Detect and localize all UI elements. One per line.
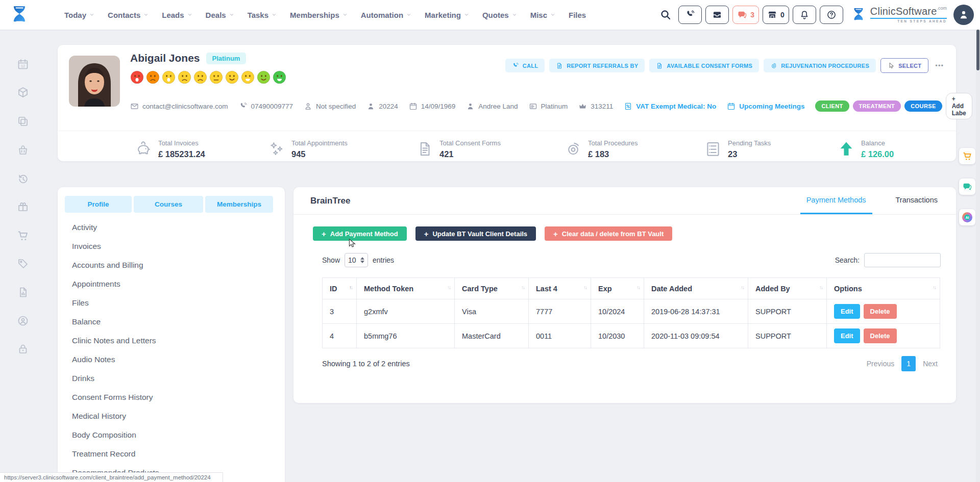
history-icon[interactable] — [17, 173, 29, 185]
panel-tab-transactions[interactable]: Transactions — [890, 187, 944, 214]
satisfaction-face-8-icon[interactable] — [241, 70, 255, 84]
nav-item-files[interactable]: Files — [569, 11, 586, 19]
nav-item-tasks[interactable]: Tasks — [248, 11, 277, 19]
calendar-icon — [727, 102, 736, 111]
sidebar-item-audio-notes[interactable]: Audio Notes — [58, 350, 285, 369]
basket-icon[interactable] — [17, 144, 29, 156]
column-header-exp[interactable]: Exp↑↓ — [591, 278, 644, 299]
chat-launcher[interactable] — [959, 179, 975, 195]
gift-icon[interactable] — [17, 200, 29, 213]
column-header-last-4[interactable]: Last 4↑↓ — [529, 278, 591, 299]
package-icon[interactable] — [17, 86, 29, 98]
sidebar-item-body-composition[interactable]: Body Composition — [58, 425, 285, 444]
contact-item-upcoming-meetings[interactable]: Upcoming Meetings — [727, 102, 804, 111]
lock-icon[interactable] — [17, 343, 29, 355]
calendar-icon — [409, 102, 418, 111]
sidebar-item-appointments[interactable]: Appointments — [58, 274, 285, 293]
nav-item-contacts[interactable]: Contacts — [108, 11, 149, 19]
sidebar-item-medical-history[interactable]: Medical History — [58, 407, 285, 425]
sidebar-item-drinks[interactable]: Drinks — [58, 369, 285, 388]
nav-item-marketing[interactable]: Marketing — [425, 11, 469, 19]
column-header-options[interactable]: Options↑↓ — [827, 278, 940, 299]
sidebar-item-consent-forms-history[interactable]: Consent Forms History — [58, 388, 285, 407]
sort-icon: ↑↓ — [741, 285, 744, 290]
column-header-method-token[interactable]: Method Token↑↓ — [357, 278, 455, 299]
help-button[interactable] — [820, 6, 843, 24]
panel-tab-payment-methods[interactable]: Payment Methods — [800, 187, 872, 214]
account-icon[interactable] — [17, 315, 29, 327]
nav-item-today[interactable]: Today — [64, 11, 94, 19]
add-label-button[interactable]: + Add Labe — [946, 93, 972, 119]
previous-page-button[interactable]: Previous — [864, 357, 897, 371]
nav-item-leads[interactable]: Leads — [162, 11, 192, 19]
ai-launcher[interactable]: AI — [959, 209, 975, 225]
notifications-button[interactable] — [793, 6, 816, 24]
page-size-select[interactable]: 10 — [345, 253, 368, 267]
clinic-logo-icon[interactable] — [8, 4, 31, 26]
user-avatar[interactable] — [953, 5, 974, 25]
call-button[interactable]: CALL — [505, 59, 545, 72]
report-icon[interactable] — [17, 286, 29, 298]
inbox-button[interactable] — [705, 6, 729, 24]
scrollbar-track[interactable] — [976, 0, 980, 482]
sidebar-item-balance[interactable]: Balance — [58, 312, 285, 331]
copy-icon[interactable] — [17, 115, 29, 128]
edit-button[interactable]: Edit — [834, 328, 860, 343]
phone-button[interactable] — [678, 6, 702, 24]
sidebar-tab-memberships[interactable]: Memberships — [205, 196, 273, 213]
satisfaction-face-5-icon[interactable] — [193, 70, 207, 84]
nav-item-deals[interactable]: Deals — [206, 11, 234, 19]
satisfaction-face-7-icon[interactable] — [225, 70, 239, 84]
available-consent-forms-button[interactable]: AVAILABLE CONSENT FORMS — [649, 59, 759, 72]
sidebar-tab-profile[interactable]: Profile — [65, 196, 132, 213]
satisfaction-face-2-icon[interactable] — [146, 70, 160, 84]
satisfaction-face-1-icon[interactable] — [130, 70, 144, 84]
sidebar-item-accounts-and-billing[interactable]: Accounts and Billing — [58, 256, 285, 274]
add-payment-method-button[interactable]: +Add Payment Method — [313, 226, 407, 241]
edit-button[interactable]: Edit — [834, 304, 860, 319]
delete-button[interactable]: Delete — [864, 328, 897, 343]
chevron-down-icon — [272, 12, 277, 17]
sidebar-item-files[interactable]: Files — [58, 293, 285, 312]
contact-item-vat-exempt-medical-no[interactable]: VAT Exempt Medical: No — [624, 102, 716, 111]
table-search-input[interactable] — [864, 253, 941, 267]
nav-item-automation[interactable]: Automation — [361, 11, 411, 19]
search-icon[interactable] — [659, 9, 672, 21]
brand-logo[interactable]: ClinicSoftware.com TEN STEPS AHEAD — [850, 5, 947, 24]
cart-icon[interactable] — [17, 230, 29, 242]
tag-icon[interactable] — [17, 258, 29, 270]
delete-button[interactable]: Delete — [864, 304, 897, 319]
satisfaction-face-4-icon[interactable] — [178, 70, 191, 84]
sidebar-item-activity[interactable]: Activity — [58, 218, 285, 237]
satisfaction-face-9-icon[interactable] — [257, 70, 271, 84]
column-header-date-added[interactable]: Date Added↑↓ — [644, 278, 748, 299]
cart-launcher[interactable] — [959, 148, 975, 164]
satisfaction-face-6-icon[interactable] — [209, 70, 223, 84]
calendar-icon[interactable] — [17, 58, 29, 70]
brand-name: ClinicSoftware — [870, 6, 937, 17]
chat-button[interactable]: 3 — [732, 6, 759, 24]
select-button[interactable]: SELECT — [880, 58, 928, 73]
scrollbar-thumb[interactable] — [976, 30, 979, 70]
column-header-id[interactable]: ID↑↓ — [323, 278, 357, 299]
more-options-button[interactable]: ••• — [933, 62, 946, 69]
nav-item-quotes[interactable]: Quotes — [482, 11, 517, 19]
update-bt-vault-client-details-button[interactable]: +Update BT Vault Client Details — [415, 226, 536, 241]
nav-item-memberships[interactable]: Memberships — [290, 11, 348, 19]
store-button[interactable]: 0 — [763, 6, 789, 24]
clear-data-delete-from-bt-vault-button[interactable]: +Clear data / delete from BT Vault — [545, 226, 672, 241]
sidebar-item-clinic-notes-and-letters[interactable]: Clinic Notes and Letters — [58, 331, 285, 350]
chevron-down-icon — [143, 12, 149, 17]
nav-item-misc[interactable]: Misc — [530, 11, 555, 19]
satisfaction-face-10-icon[interactable] — [273, 70, 286, 84]
next-page-button[interactable]: Next — [920, 357, 941, 371]
sidebar-item-treatment-record[interactable]: Treatment Record — [58, 444, 285, 463]
report-referrals-by-button[interactable]: REPORT REFERRALS BY — [549, 59, 645, 72]
satisfaction-face-3-icon[interactable] — [162, 70, 176, 84]
rejuvenation-procedures-button[interactable]: REJUVENATION PROCEDURES — [764, 59, 876, 72]
sidebar-tab-courses[interactable]: Courses — [134, 196, 203, 213]
column-header-card-type[interactable]: Card Type↑↓ — [455, 278, 529, 299]
page-number-button[interactable]: 1 — [901, 356, 916, 371]
column-header-added-by[interactable]: Added By↑↓ — [748, 278, 827, 299]
sidebar-item-invoices[interactable]: Invoices — [58, 237, 285, 256]
